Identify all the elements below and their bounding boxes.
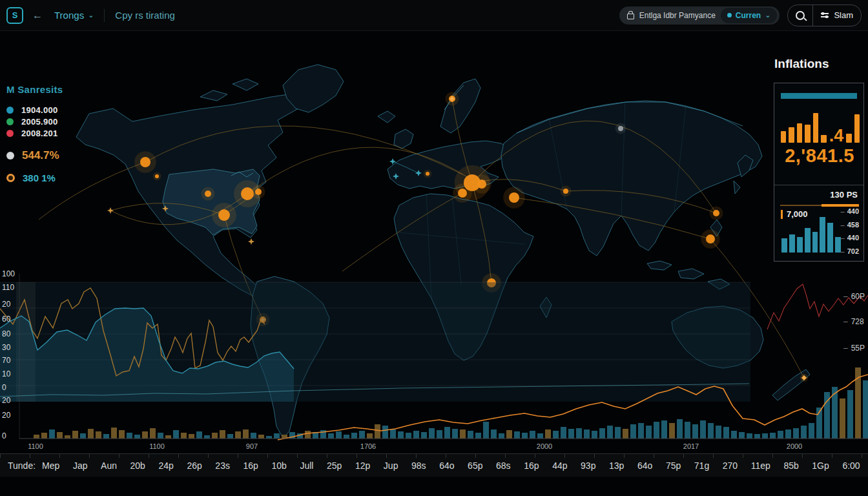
card-divider <box>774 185 863 185</box>
timeline-prefix: Tunde: <box>8 460 36 471</box>
timeline-label: Mep <box>42 460 59 471</box>
privacy-label: Entlga Idbr Pamyance <box>639 11 716 20</box>
stat-percent-1: 544.7% <box>22 149 59 162</box>
dashboard-root: 1001102060803070100202001100110090717062… <box>0 0 868 496</box>
timeline-label: 71g <box>694 460 709 471</box>
timeline-label: 270 <box>723 460 738 471</box>
legend-item[interactable]: 2008.201 <box>6 127 63 139</box>
privacy-pill[interactable]: Entlga Idbr Pamyance Curren ⌄ <box>619 6 780 25</box>
teal-mini-bars <box>781 216 841 253</box>
timeline-label: 68s <box>496 460 511 471</box>
timeline-label: 75p <box>666 460 681 471</box>
timeline-label: 13p <box>609 460 624 471</box>
timeline-label: Aun <box>101 460 117 471</box>
legend-items: 1904.0002005.9002008.201 <box>6 104 63 139</box>
orange-ring-icon <box>6 174 15 182</box>
panel-title: Inflations <box>774 57 829 71</box>
legend-title: M Sanresits <box>6 84 63 95</box>
app-logo-icon[interactable]: S <box>6 7 23 24</box>
gray-dot-icon <box>6 152 14 160</box>
timeline-label: 44p <box>552 460 567 471</box>
legend-dot-icon <box>6 118 14 125</box>
search-icon <box>796 11 805 20</box>
tick-value: –440 <box>841 207 859 215</box>
timeline-label: 93p <box>581 460 595 471</box>
timeline-label: 1Gp <box>812 460 829 471</box>
slam-button[interactable]: Slam <box>813 5 861 26</box>
legend-dot-icon <box>6 130 14 137</box>
timeline-label: 65p <box>468 460 482 471</box>
topbar: S ← Trongs ⌄ Cpy rs tirating Entlga Idbr… <box>0 0 868 31</box>
timeline-label: 6:00 <box>842 460 860 471</box>
topbar-divider <box>104 9 105 22</box>
legend-item-label: 1904.000 <box>21 105 58 115</box>
project-name: Trongs <box>54 10 84 21</box>
orange-mini-bars: .4 <box>781 112 860 143</box>
timeline-label: 16p <box>524 460 539 471</box>
teal-header-bar <box>781 93 857 99</box>
timeseries-chart <box>0 0 868 496</box>
topbar-actions: Entlga Idbr Pamyance Curren ⌄ Slam <box>619 5 862 26</box>
tick-value: –702 <box>841 247 859 255</box>
timeline-label: 20b <box>130 460 145 471</box>
back-button[interactable]: ← <box>32 10 43 21</box>
tick-value: –458 <box>841 221 859 229</box>
timeline-bar: Tunde: MepJapAun20b24p26p23s16p10bJull25… <box>0 453 868 477</box>
stat-row-2: 380 1% <box>6 172 63 183</box>
timeline-label: 64o <box>439 460 454 471</box>
timeline-label: 16p <box>243 460 258 471</box>
timeline-label: 98s <box>411 460 426 471</box>
timeline-label: Jap <box>73 460 88 471</box>
chevron-down-icon: ⌄ <box>765 11 770 19</box>
timeline-label: 26p <box>187 460 202 471</box>
timeline-label: 11ep <box>751 460 770 471</box>
progress-line <box>780 204 859 207</box>
stat-percent-2: 380 1% <box>23 172 56 183</box>
tool-group: Slam <box>787 5 862 26</box>
timeline-label: 64o <box>637 460 652 471</box>
legend-item[interactable]: 1904.000 <box>6 104 63 116</box>
page-subtitle: Cpy rs tirating <box>115 10 175 21</box>
legend-dot-icon <box>6 107 14 114</box>
timeline-label: 85b <box>783 460 798 471</box>
chevron-down-icon: ⌄ <box>88 11 94 19</box>
project-menu[interactable]: Trongs ⌄ <box>54 10 94 21</box>
map-legend: M Sanresits 1904.0002005.9002008.201 544… <box>6 84 63 183</box>
legend-item-label: 2008.201 <box>21 129 58 138</box>
search-button[interactable] <box>788 5 812 26</box>
current-dropdown[interactable]: Curren ⌄ <box>721 8 778 23</box>
lock-icon <box>627 14 634 19</box>
timeline-label: Jup <box>384 460 398 471</box>
legend-item[interactable]: 2005.900 <box>6 116 63 127</box>
tick-value: –440 <box>841 234 859 242</box>
timeline-label: 24p <box>158 460 173 471</box>
stat-row-1: 544.7% <box>6 149 63 162</box>
inflations-card: .4 2,'841.5 130 PS 7,000 –440–458–440–70… <box>774 83 864 262</box>
timeline-labels: MepJapAun20b24p26p23s16p10bJull25p12pJup… <box>42 460 860 471</box>
big-value: 2,'841.5 <box>778 145 861 167</box>
timeline-label: 12p <box>355 460 370 471</box>
tick-values: –440–458–440–702 <box>841 207 859 255</box>
timeline-label: Jull <box>300 460 313 471</box>
legend-item-label: 2005.900 <box>21 117 58 127</box>
timeline-label: 10b <box>271 460 286 471</box>
timeline-label: 25p <box>327 460 342 471</box>
timeline-label: 23s <box>215 460 230 471</box>
status-dot-icon <box>727 13 732 17</box>
metric-label: 130 PS <box>830 190 858 200</box>
current-label: Curren <box>736 11 761 20</box>
slam-label: Slam <box>834 10 853 20</box>
filter-sliders-icon <box>821 13 829 17</box>
